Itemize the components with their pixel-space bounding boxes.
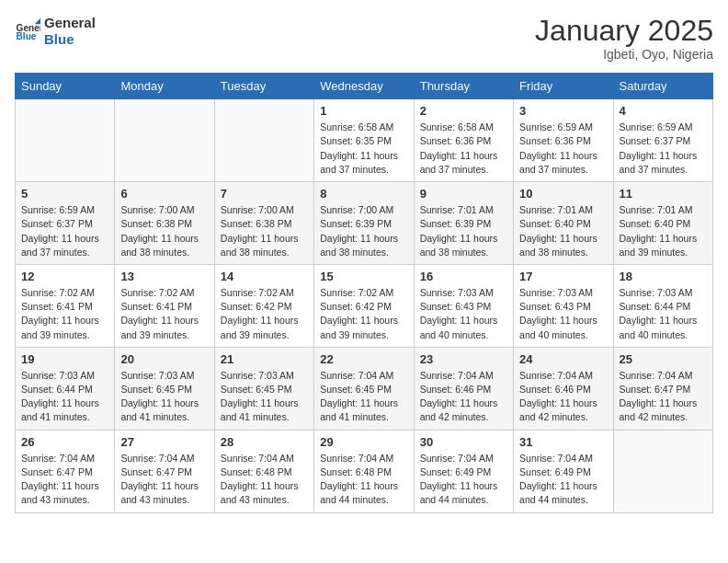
calendar-cell: 6Sunrise: 7:00 AMSunset: 6:38 PMDaylight…	[115, 182, 214, 265]
day-info: Sunrise: 7:01 AMSunset: 6:40 PMDaylight:…	[519, 203, 607, 259]
day-number: 1	[320, 104, 407, 118]
calendar-cell: 4Sunrise: 6:59 AMSunset: 6:37 PMDaylight…	[613, 99, 712, 182]
calendar-cell: 9Sunrise: 7:01 AMSunset: 6:39 PMDaylight…	[414, 182, 513, 265]
calendar-cell: 20Sunrise: 7:03 AMSunset: 6:45 PMDayligh…	[115, 347, 214, 430]
calendar-cell: 29Sunrise: 7:04 AMSunset: 6:48 PMDayligh…	[314, 430, 414, 512]
calendar-cell	[16, 99, 115, 182]
day-info: Sunrise: 7:03 AMSunset: 6:45 PMDaylight:…	[221, 369, 308, 425]
calendar-cell: 18Sunrise: 7:03 AMSunset: 6:44 PMDayligh…	[613, 264, 712, 347]
calendar-week-4: 19Sunrise: 7:03 AMSunset: 6:44 PMDayligh…	[16, 347, 713, 430]
calendar-week-3: 12Sunrise: 7:02 AMSunset: 6:41 PMDayligh…	[16, 264, 713, 347]
calendar-cell: 31Sunrise: 7:04 AMSunset: 6:49 PMDayligh…	[514, 430, 613, 512]
day-info: Sunrise: 7:02 AMSunset: 6:42 PMDaylight:…	[221, 286, 308, 342]
weekday-header-saturday: Saturday	[613, 74, 712, 99]
calendar-cell: 1Sunrise: 6:58 AMSunset: 6:35 PMDaylight…	[314, 99, 414, 182]
calendar-cell: 11Sunrise: 7:01 AMSunset: 6:40 PMDayligh…	[613, 182, 712, 265]
calendar-cell: 14Sunrise: 7:02 AMSunset: 6:42 PMDayligh…	[214, 264, 313, 347]
calendar-cell: 24Sunrise: 7:04 AMSunset: 6:46 PMDayligh…	[514, 347, 613, 430]
day-info: Sunrise: 7:04 AMSunset: 6:47 PMDaylight:…	[120, 452, 208, 508]
day-info: Sunrise: 6:58 AMSunset: 6:36 PMDaylight:…	[420, 121, 507, 177]
logo: General Blue General Blue	[15, 15, 96, 48]
calendar-cell: 19Sunrise: 7:03 AMSunset: 6:44 PMDayligh…	[16, 347, 115, 430]
day-number: 29	[320, 435, 407, 449]
day-number: 28	[221, 435, 308, 449]
calendar-cell	[613, 430, 712, 512]
day-info: Sunrise: 7:01 AMSunset: 6:40 PMDaylight:…	[620, 203, 707, 259]
day-info: Sunrise: 7:04 AMSunset: 6:45 PMDaylight:…	[320, 369, 407, 425]
calendar-week-1: 1Sunrise: 6:58 AMSunset: 6:35 PMDaylight…	[16, 99, 713, 182]
calendar-cell: 30Sunrise: 7:04 AMSunset: 6:49 PMDayligh…	[414, 430, 513, 512]
day-number: 22	[320, 352, 407, 366]
logo-line1: General	[44, 15, 96, 31]
day-info: Sunrise: 7:04 AMSunset: 6:47 PMDaylight:…	[620, 369, 707, 425]
day-number: 19	[21, 352, 108, 366]
calendar-cell: 26Sunrise: 7:04 AMSunset: 6:47 PMDayligh…	[16, 430, 115, 512]
day-info: Sunrise: 7:04 AMSunset: 6:49 PMDaylight:…	[420, 452, 507, 508]
day-info: Sunrise: 7:04 AMSunset: 6:49 PMDaylight:…	[519, 452, 607, 508]
calendar-cell: 27Sunrise: 7:04 AMSunset: 6:47 PMDayligh…	[115, 430, 214, 512]
day-info: Sunrise: 7:02 AMSunset: 6:42 PMDaylight:…	[320, 286, 407, 342]
day-number: 10	[519, 187, 607, 201]
day-info: Sunrise: 6:59 AMSunset: 6:37 PMDaylight:…	[21, 203, 108, 259]
calendar-cell: 16Sunrise: 7:03 AMSunset: 6:43 PMDayligh…	[414, 264, 513, 347]
calendar-cell: 15Sunrise: 7:02 AMSunset: 6:42 PMDayligh…	[314, 264, 414, 347]
weekday-header-friday: Friday	[514, 74, 613, 99]
calendar-cell: 12Sunrise: 7:02 AMSunset: 6:41 PMDayligh…	[16, 264, 115, 347]
day-info: Sunrise: 6:59 AMSunset: 6:37 PMDaylight:…	[620, 121, 707, 177]
day-info: Sunrise: 7:01 AMSunset: 6:39 PMDaylight:…	[420, 203, 507, 259]
calendar-cell	[115, 99, 214, 182]
weekday-header-monday: Monday	[115, 74, 214, 99]
calendar-cell: 25Sunrise: 7:04 AMSunset: 6:47 PMDayligh…	[613, 347, 712, 430]
calendar-cell: 23Sunrise: 7:04 AMSunset: 6:46 PMDayligh…	[414, 347, 513, 430]
calendar-body: 1Sunrise: 6:58 AMSunset: 6:35 PMDaylight…	[16, 99, 713, 512]
day-number: 6	[120, 187, 208, 201]
day-info: Sunrise: 6:59 AMSunset: 6:36 PMDaylight:…	[519, 121, 607, 177]
day-info: Sunrise: 7:00 AMSunset: 6:38 PMDaylight:…	[221, 203, 308, 259]
svg-text:Blue: Blue	[17, 31, 37, 41]
day-info: Sunrise: 7:03 AMSunset: 6:44 PMDaylight:…	[21, 369, 108, 425]
day-number: 5	[21, 187, 108, 201]
day-info: Sunrise: 7:00 AMSunset: 6:39 PMDaylight:…	[320, 203, 407, 259]
day-info: Sunrise: 7:02 AMSunset: 6:41 PMDaylight:…	[21, 286, 108, 342]
day-number: 24	[519, 352, 607, 366]
calendar-cell: 22Sunrise: 7:04 AMSunset: 6:45 PMDayligh…	[314, 347, 414, 430]
day-number: 7	[221, 187, 308, 201]
calendar-cell: 21Sunrise: 7:03 AMSunset: 6:45 PMDayligh…	[214, 347, 313, 430]
weekday-header-row: SundayMondayTuesdayWednesdayThursdayFrid…	[16, 74, 713, 99]
day-number: 15	[320, 270, 407, 283]
day-info: Sunrise: 7:04 AMSunset: 6:48 PMDaylight:…	[221, 452, 308, 508]
weekday-header-sunday: Sunday	[16, 74, 115, 99]
day-info: Sunrise: 6:58 AMSunset: 6:35 PMDaylight:…	[320, 121, 407, 177]
calendar-week-5: 26Sunrise: 7:04 AMSunset: 6:47 PMDayligh…	[16, 430, 713, 512]
logo-icon: General Blue	[15, 18, 40, 44]
day-number: 23	[420, 352, 507, 366]
day-info: Sunrise: 7:04 AMSunset: 6:46 PMDaylight:…	[420, 369, 507, 425]
calendar-cell: 2Sunrise: 6:58 AMSunset: 6:36 PMDaylight…	[414, 99, 513, 182]
calendar-header: SundayMondayTuesdayWednesdayThursdayFrid…	[16, 74, 713, 99]
day-number: 26	[21, 435, 108, 449]
weekday-header-wednesday: Wednesday	[314, 74, 414, 99]
calendar-cell: 17Sunrise: 7:03 AMSunset: 6:43 PMDayligh…	[514, 264, 613, 347]
day-number: 12	[21, 270, 108, 283]
day-info: Sunrise: 7:04 AMSunset: 6:48 PMDaylight:…	[320, 452, 407, 508]
day-info: Sunrise: 7:03 AMSunset: 6:43 PMDaylight:…	[519, 286, 607, 342]
day-info: Sunrise: 7:04 AMSunset: 6:47 PMDaylight:…	[21, 452, 108, 508]
day-number: 9	[420, 187, 507, 201]
day-number: 4	[620, 104, 707, 118]
weekday-header-tuesday: Tuesday	[214, 74, 313, 99]
calendar-cell: 28Sunrise: 7:04 AMSunset: 6:48 PMDayligh…	[214, 430, 313, 512]
day-number: 11	[620, 187, 707, 201]
location: Igbeti, Oyo, Nigeria	[535, 47, 713, 62]
weekday-header-thursday: Thursday	[414, 74, 513, 99]
day-number: 14	[221, 270, 308, 283]
calendar-cell: 5Sunrise: 6:59 AMSunset: 6:37 PMDaylight…	[16, 182, 115, 265]
month-title: January 2025	[535, 15, 713, 47]
day-number: 30	[420, 435, 507, 449]
day-number: 31	[519, 435, 607, 449]
day-number: 21	[221, 352, 308, 366]
page-header: General Blue General Blue January 2025 I…	[15, 15, 713, 62]
calendar-cell	[214, 99, 313, 182]
day-number: 27	[120, 435, 208, 449]
day-number: 25	[620, 352, 707, 366]
calendar-week-2: 5Sunrise: 6:59 AMSunset: 6:37 PMDaylight…	[16, 182, 713, 265]
